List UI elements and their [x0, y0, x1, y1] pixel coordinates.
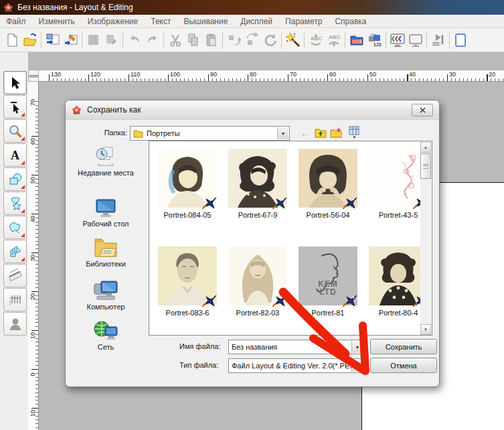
place-libraries[interactable]: Библиотеки: [70, 236, 142, 268]
open-image-icon[interactable]: [44, 31, 62, 49]
file-item[interactable]: Portret-82-03: [224, 246, 292, 317]
file-thumbnail: [228, 246, 287, 305]
toolbar-separator: [386, 32, 386, 48]
filetype-dropdown-icon[interactable]: ▼: [351, 360, 363, 372]
title-bar: Без названия - Layout & Editing: [0, 0, 504, 15]
select-tool-button[interactable]: [3, 71, 27, 94]
manual-punch-tool-button[interactable]: [3, 288, 27, 311]
folder-value: Портреты: [147, 129, 180, 137]
menu-option[interactable]: Параметр: [285, 17, 322, 26]
realistic-view-icon[interactable]: [388, 31, 406, 49]
h-ruler-label: 30: [449, 71, 456, 78]
write-card-icon[interactable]: [102, 31, 120, 49]
vertical-ruler: 70 60 50 40 30 20 10 0 10: [28, 82, 39, 430]
dialog-close-icon[interactable]: [412, 104, 433, 117]
outline-shape-tool-button[interactable]: [3, 216, 27, 239]
file-thumbnail: [158, 246, 217, 305]
file-name: Portret-56-04: [294, 211, 362, 219]
point-edit-tool-button[interactable]: [3, 95, 27, 119]
filename-dropdown-icon[interactable]: ▼: [351, 341, 363, 353]
magic-wand-icon[interactable]: [284, 31, 302, 49]
menu-edit[interactable]: Изменить: [39, 17, 75, 26]
menu-text[interactable]: Текст: [151, 17, 171, 26]
redo-icon[interactable]: [143, 31, 161, 49]
back-button[interactable]: ←: [299, 126, 312, 139]
menu-image[interactable]: Изображение: [88, 17, 139, 26]
v-ruler-label: 50: [29, 175, 36, 186]
menu-display[interactable]: Дисплей: [240, 17, 272, 26]
open-design-icon[interactable]: [21, 31, 39, 49]
scroll-up-icon[interactable]: ▲: [420, 142, 431, 153]
horizontal-ruler: 130 120 110 100 90 80 70 60 50 40 30 20: [39, 70, 504, 82]
sewing-order-icon[interactable]: 123: [365, 31, 384, 49]
toolbar-separator: [41, 32, 41, 48]
place-label: Недавние места: [78, 169, 134, 177]
place-desktop[interactable]: Рабочий стол: [70, 198, 142, 228]
shapes-tool-button[interactable]: [3, 167, 27, 191]
file-name: Portret-81: [294, 309, 362, 317]
main-toolbar: ABC ABC 123: [0, 28, 504, 52]
menu-sew[interactable]: Вышивание: [183, 17, 228, 26]
ruler-unit-box: mm: [28, 70, 39, 82]
toolbar-separator: [122, 32, 123, 48]
stitch-simulator-icon[interactable]: [429, 31, 447, 49]
text-tool-button[interactable]: A: [3, 143, 27, 167]
filetype-combobox[interactable]: Файл Layout & Editing Ver. 2.0(*.PES) ▼: [228, 358, 364, 373]
save-button[interactable]: Сохранить: [370, 339, 437, 354]
cut-icon[interactable]: [166, 31, 184, 49]
h-ruler-label: 70: [290, 71, 297, 78]
new-folder-button[interactable]: [329, 126, 343, 139]
rotate-right-icon[interactable]: [243, 31, 261, 49]
menu-file[interactable]: Файл: [6, 17, 26, 26]
rotate-left-icon[interactable]: [225, 31, 243, 49]
measure-tool-button[interactable]: [3, 264, 27, 287]
menu-help[interactable]: Справка: [335, 17, 366, 26]
file-list-scrollbar[interactable]: ▲ ▼: [420, 142, 431, 335]
file-item[interactable]: Portret-56-04: [294, 149, 362, 219]
scroll-down-icon[interactable]: ▼: [420, 324, 431, 335]
paste-icon[interactable]: [202, 31, 220, 49]
refresh-icon[interactable]: [261, 31, 279, 49]
place-network[interactable]: Сеть: [70, 320, 142, 351]
folder-combobox[interactable]: Портреты ▼: [130, 126, 290, 141]
thread-chart-icon[interactable]: [347, 31, 365, 49]
svg-text:A: A: [11, 149, 19, 162]
file-item[interactable]: Portret-67-9: [224, 149, 292, 219]
file-item[interactable]: Portret-083-6: [153, 246, 222, 317]
pes-file-icon: [201, 194, 218, 210]
text-arch-up-icon[interactable]: ABC: [325, 31, 343, 49]
place-label: Сеть: [98, 343, 114, 351]
libraries-icon: [93, 236, 118, 259]
cancel-button[interactable]: Отмена: [370, 358, 437, 373]
place-computer[interactable]: Компьютер: [70, 280, 142, 311]
stitch-view-icon[interactable]: [406, 31, 424, 49]
place-label: Библиотеки: [86, 260, 126, 268]
scrollbar-thumb[interactable]: [420, 153, 431, 179]
edit-image-icon[interactable]: [62, 31, 80, 49]
file-item[interactable]: KEM LTD Portret-81: [294, 246, 362, 317]
zoom-tool-button[interactable]: [3, 119, 27, 143]
v-ruler-label: 10: [29, 330, 36, 341]
undo-icon[interactable]: [125, 31, 143, 49]
place-recent[interactable]: Недавние места: [70, 146, 142, 177]
toolbar-separator: [449, 32, 450, 48]
v-ruler-label: 60: [29, 136, 36, 147]
view-menu-button[interactable]: ▼: [345, 126, 363, 139]
new-document-icon[interactable]: [3, 31, 21, 49]
star-heart-tool-button[interactable]: [3, 192, 27, 215]
pes-file-icon: [271, 194, 288, 210]
folder-dropdown-icon[interactable]: ▼: [277, 127, 288, 139]
portrait-tool-button[interactable]: [3, 312, 27, 336]
filename-combobox[interactable]: Без названия ▼: [228, 340, 364, 354]
file-item[interactable]: Portret-084-05: [153, 149, 222, 219]
text-arch-down-icon[interactable]: ABC: [307, 31, 325, 49]
design-property-icon[interactable]: [452, 31, 470, 49]
v-ruler-label: 20: [29, 291, 36, 302]
fan-shape-tool-button[interactable]: [3, 240, 27, 263]
save-icon[interactable]: [84, 31, 102, 49]
file-thumbnail: [299, 149, 357, 208]
copy-icon[interactable]: [184, 31, 202, 49]
folder-label: Папка:: [103, 129, 127, 137]
computer-icon: [93, 280, 118, 301]
up-folder-button[interactable]: [314, 126, 327, 139]
